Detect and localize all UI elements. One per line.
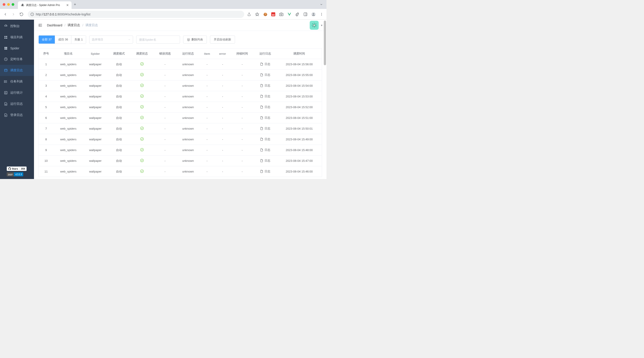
log-link[interactable]: 日志 [260,84,270,88]
extension-cookie-icon[interactable]: 🍪 [263,12,268,16]
url-text: http://127.0.0.1:8000/#/schedule-log/lis… [36,12,90,16]
breadcrumb-mid[interactable]: 调度日志 [68,23,80,27]
table-header: 运行状态 [176,48,200,59]
sidepanel-icon[interactable] [303,12,308,16]
log-link[interactable]: 日志 [260,126,270,130]
cell-status [130,70,154,80]
cell-project: web_spiders [54,123,83,134]
cell-log: 日志 [254,102,276,113]
auto-refresh-button[interactable]: 开启自动刷新 [210,35,235,43]
extensions-icon[interactable] [295,12,300,16]
sidebar-item-5[interactable]: 任务列表 [0,76,34,87]
profile-icon[interactable] [311,12,316,16]
scrollbar[interactable] [324,20,326,179]
log-link[interactable]: 日志 [260,94,270,98]
cell-log: 日志 [254,70,276,80]
cell-duration: - [230,59,254,70]
clear-list-button[interactable]: 删除列表 [183,35,207,43]
sidebar-item-1[interactable]: 项目列表 [0,32,34,43]
cell-idx: 9 [39,145,54,156]
sidebar-icon [4,46,8,50]
cell-err-msg: - [154,145,176,156]
status-success-icon [140,116,144,119]
log-link[interactable]: 日志 [260,73,270,77]
cell-err-msg: - [154,91,176,102]
sidebar-item-3[interactable]: 定时任务 [0,54,34,65]
svg-point-12 [313,13,314,14]
sidebar-item-4[interactable]: 调度日志 [0,65,34,76]
github-stars-badge[interactable]: Stars 359 [7,166,26,171]
minimize-window-icon[interactable] [7,3,10,6]
url-bar[interactable]: http://127.0.0.1:8000/#/schedule-log/lis… [28,11,244,18]
close-window-icon[interactable] [3,3,5,6]
svg-rect-22 [6,47,7,48]
extension-red-icon[interactable] [271,12,276,16]
sidebar-icon [4,91,8,94]
cell-spider: wallpaper [83,123,107,134]
sidebar-icon [4,24,8,28]
log-link[interactable]: 日志 [260,105,270,109]
spider-search-input[interactable] [136,35,180,43]
cell-idx: 4 [39,91,54,102]
document-icon [260,105,263,109]
info-icon[interactable] [30,12,34,16]
filter-all-button[interactable]: 全部 37 [39,35,55,43]
cell-err-msg: - [154,123,176,134]
cell-project: web_spiders [54,102,83,113]
sidebar-item-7[interactable]: 运行日志 [0,98,34,109]
collapse-sidebar-icon[interactable] [38,23,42,27]
cell-time: 2023-08-04 15:54:00 [276,80,322,91]
avatar[interactable] [310,21,319,30]
reload-icon[interactable] [19,12,24,17]
scroll-thumb[interactable] [324,20,326,65]
table-wrap: 序号项目名Spider调度模式调度状态错误消息运行状态itemerror持续时间… [34,48,326,179]
new-tab-icon[interactable]: + [74,2,76,7]
breadcrumb-sep: / [82,23,83,27]
sidebar-item-0[interactable]: 控制台 [0,20,34,32]
avatar-caret-icon[interactable]: ▾ [321,23,322,27]
tabs-dropdown-icon[interactable] [320,3,323,6]
cell-err-msg: - [154,166,176,177]
cell-duration: - [230,166,254,177]
svg-rect-18 [6,36,7,37]
close-tab-icon[interactable]: ✕ [66,3,69,7]
cell-spider: wallpaper [83,156,107,166]
cell-idx: 7 [39,123,54,134]
sidebar-item-2[interactable]: Spider [0,43,34,54]
extension-vue-icon[interactable] [287,12,292,16]
filter-fail-button[interactable]: 失败 1 [71,35,86,43]
breadcrumb-root[interactable]: Dashboard [47,23,62,27]
sidebar-item-6[interactable]: 运行统计 [0,87,34,98]
table-row: 7web_spiderswallpaper自动-unknown---日志2023… [39,123,322,134]
cell-err-msg: - [154,156,176,166]
svg-point-7 [274,14,274,15]
star-icon[interactable] [255,12,260,16]
filter-success-button[interactable]: 成功 36 [55,35,71,43]
extension-camera-icon[interactable] [279,12,284,16]
cell-project: web_spiders [54,70,83,80]
back-icon[interactable] [3,12,8,17]
log-link[interactable]: 日志 [260,137,270,141]
sidebar-item-8[interactable]: 登录日志 [0,109,34,121]
cell-duration: - [230,70,254,80]
maximize-window-icon[interactable] [12,3,14,6]
cell-spider: wallpaper [83,59,107,70]
log-link[interactable]: 日志 [260,159,270,163]
forward-icon[interactable] [11,12,16,17]
svg-point-13 [321,13,322,14]
app: 控制台项目列表Spider定时任务调度日志任务列表运行统计运行日志登录日志 St… [0,20,326,179]
project-select[interactable]: 选择项目 [89,35,133,43]
cell-idx: 10 [39,156,54,166]
log-link[interactable]: 日志 [260,148,270,152]
share-icon[interactable] [247,12,251,16]
cell-project: web_spiders [54,134,83,145]
menu-dots-icon[interactable] [319,12,324,16]
sidebar-item-label: 登录日志 [10,113,23,117]
browser-tab[interactable]: 🕷️ 调度日志 - Spider Admin Pro ✕ [18,1,72,9]
log-link[interactable]: 日志 [260,169,270,173]
svg-point-51 [140,94,143,97]
pypi-version-badge[interactable]: pypi v2.0.3 [7,172,23,176]
log-link[interactable]: 日志 [260,116,270,120]
table-row: 6web_spiderswallpaper自动-unknown---日志2023… [39,113,322,123]
log-link[interactable]: 日志 [260,62,270,66]
